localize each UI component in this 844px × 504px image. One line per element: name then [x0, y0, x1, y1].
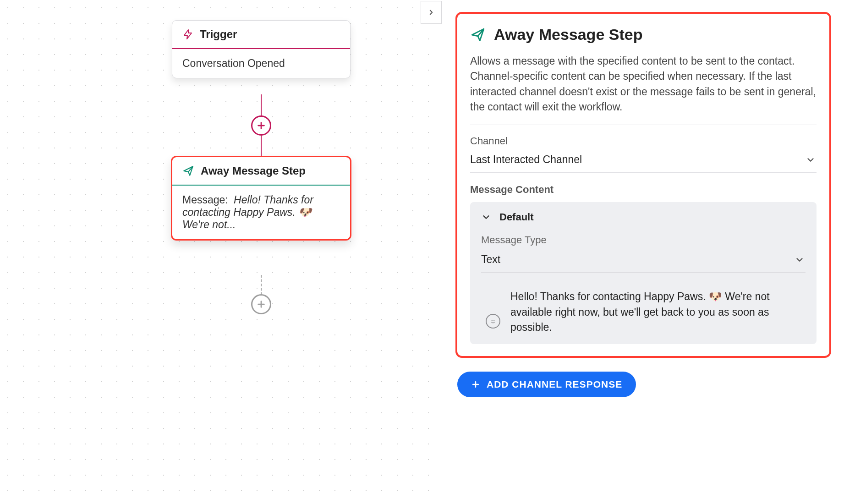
collapse-panel-button[interactable] [421, 1, 442, 24]
connector-line-dashed [261, 275, 262, 295]
step-title: Away Message Step [201, 164, 306, 177]
channel-value: Last Interacted Channel [470, 153, 582, 166]
add-channel-response-button[interactable]: ADD CHANNEL RESPONSE [457, 372, 636, 397]
away-message-step-node[interactable]: Away Message Step Message: Hello! Thanks… [171, 156, 351, 241]
connector-line [261, 135, 262, 156]
chevron-right-icon [427, 6, 435, 19]
svg-point-8 [494, 321, 494, 321]
svg-marker-0 [184, 30, 192, 39]
plus-icon [256, 121, 266, 131]
trigger-node[interactable]: Trigger Conversation Opened [172, 20, 351, 78]
chevron-down-icon [806, 155, 816, 165]
add-step-button[interactable] [251, 115, 271, 136]
message-text-editor[interactable]: Hello! Thanks for contacting Happy Paws.… [510, 289, 805, 335]
message-type-select[interactable]: Text [481, 251, 806, 273]
send-icon [182, 165, 194, 177]
plus-icon [471, 380, 480, 389]
trigger-title: Trigger [200, 28, 237, 41]
message-label: Message: [182, 194, 228, 206]
message-type-value: Text [481, 253, 500, 266]
emoji-picker-button[interactable] [486, 314, 500, 329]
connector-line [261, 94, 262, 116]
trigger-node-header: Trigger [172, 21, 350, 49]
panel-title: Away Message Step [494, 26, 642, 44]
step-config-panel: Away Message Step Allows a message with … [444, 0, 844, 504]
plus-icon [256, 299, 266, 309]
message-type-label: Message Type [481, 234, 806, 246]
svg-point-7 [492, 321, 492, 321]
add-channel-response-label: ADD CHANNEL RESPONSE [487, 379, 622, 390]
workflow-canvas[interactable]: Trigger Conversation Opened Away Message… [0, 0, 444, 504]
lightning-icon [182, 29, 193, 40]
send-icon [470, 27, 486, 43]
panel-title-row: Away Message Step [470, 26, 817, 44]
message-editor-row: Hello! Thanks for contacting Happy Paws.… [481, 286, 806, 335]
add-step-button-after[interactable] [251, 294, 271, 314]
step-body: Message: Hello! Thanks for contacting Ha… [172, 186, 350, 239]
panel-card: Away Message Step Allows a message with … [455, 12, 831, 358]
chevron-down-icon [795, 255, 805, 265]
chevron-down-icon [481, 212, 491, 222]
app-root: Trigger Conversation Opened Away Message… [0, 0, 844, 504]
channel-label: Channel [470, 135, 817, 147]
channel-select[interactable]: Last Interacted Channel [470, 151, 817, 173]
accordion-toggle[interactable]: Default [481, 211, 806, 223]
step-node-header: Away Message Step [172, 157, 350, 186]
trigger-body: Conversation Opened [172, 49, 350, 78]
message-content-label: Message Content [470, 184, 817, 196]
default-content-accordion: Default Message Type Text Hello! Thanks … [470, 202, 817, 344]
emoji-icon [489, 317, 497, 325]
panel-description: Allows a message with the specified cont… [470, 54, 817, 125]
accordion-title: Default [499, 211, 534, 223]
